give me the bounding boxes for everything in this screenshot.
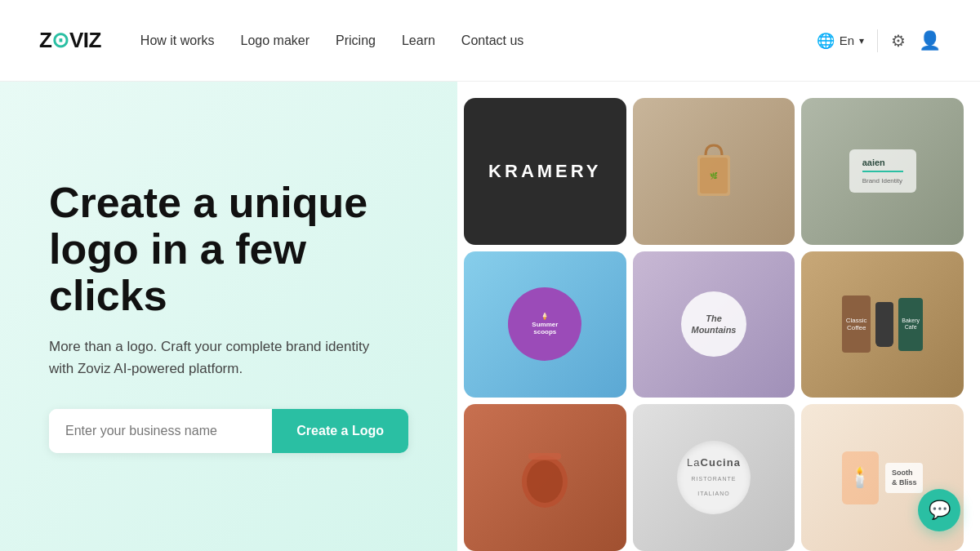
hero-image-grid: KRAMERY 🌿 aaien Brand Identity 🍦Summersc… [457,82,980,551]
logo-text: Z⊙VIZ [39,28,101,53]
nav-how-it-works[interactable]: How it works [140,33,215,48]
nav-contact[interactable]: Contact us [461,33,523,48]
mountains-logo: TheMountains [691,313,736,336]
nav-right: 🌐 En ▾ ⚙ 👤 [817,29,941,52]
bag-illustration: 🌿 [685,139,742,204]
hero-section: Create a unique logo in a few clicks Mor… [0,82,980,551]
cta-form: Create a Logo [49,409,408,453]
chat-icon: 💬 [929,500,951,521]
grid-item-coffee: ClassicCoffee BakeryCafe [801,251,964,398]
nav-divider [877,29,878,52]
hero-left: Create a unique logo in a few clicks Mor… [0,82,457,551]
leather-bag-illustration [512,441,577,514]
grid-item-business-card: aaien Brand Identity [801,98,964,245]
logo[interactable]: Z⊙VIZ [39,28,101,53]
svg-rect-5 [528,453,561,460]
kramery-label: KRAMERY [488,161,601,182]
navbar: Z⊙VIZ How it works Logo maker Pricing Le… [0,0,980,82]
create-logo-button[interactable]: Create a Logo [272,409,408,453]
globe-icon: 🌐 [817,32,835,50]
nav-pricing[interactable]: Pricing [336,33,376,48]
chat-button[interactable]: 💬 [918,489,960,531]
chevron-down-icon: ▾ [859,35,864,47]
summer-scoops-label: 🍦Summerscoops [532,313,558,336]
business-card-mock: aaien Brand Identity [849,149,916,193]
gear-icon: ⚙ [891,31,906,51]
hero-heading: Create a unique logo in a few clicks [49,180,408,320]
svg-text:🌿: 🌿 [710,171,718,180]
settings-button[interactable]: ⚙ [891,31,906,51]
user-button[interactable]: 👤 [919,30,941,51]
grid-item-kramery: KRAMERY [464,98,626,245]
nav-logo-maker[interactable]: Logo maker [241,33,310,48]
user-icon: 👤 [919,30,941,51]
logo-dot: ⊙ [51,28,69,52]
hero-subtext: More than a logo. Craft your complete br… [49,335,392,380]
grid-item-summer-scoops: 🍦Summerscoops [464,251,626,398]
business-name-input[interactable] [49,409,272,453]
grid-item-hat: TheMountains [633,251,795,398]
language-selector[interactable]: 🌐 En ▾ [817,32,864,50]
lacucina-logo: LaCucinaRISTORANTE ITALIANO [677,455,751,500]
summer-scoops-badge: 🍦Summerscoops [508,287,581,361]
nav-links: How it works Logo maker Pricing Learn Co… [140,33,817,48]
lang-label: En [840,33,854,47]
nav-learn[interactable]: Learn [402,33,435,48]
grid-item-bag: 🌿 [633,98,795,245]
grid-item-leather-bag [464,404,626,551]
grid-item-lacucina: LaCucinaRISTORANTE ITALIANO [633,404,795,551]
svg-point-4 [527,460,563,503]
